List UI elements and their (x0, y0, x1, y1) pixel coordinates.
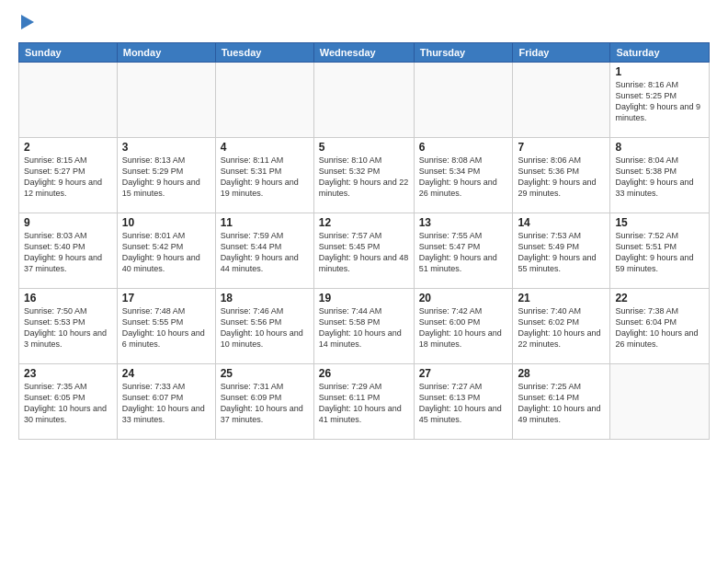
day-info: Sunrise: 7:25 AM Sunset: 6:14 PM Dayligh… (518, 381, 605, 426)
day-number: 8 (615, 141, 704, 154)
calendar-cell (513, 63, 610, 138)
calendar-cell: 26Sunrise: 7:29 AM Sunset: 6:11 PM Dayli… (313, 364, 414, 440)
day-number: 3 (122, 141, 210, 154)
calendar-header-row: SundayMondayTuesdayWednesdayThursdayFrid… (19, 43, 710, 63)
day-info: Sunrise: 7:53 AM Sunset: 5:49 PM Dayligh… (518, 230, 605, 275)
calendar-header-sunday: Sunday (19, 43, 118, 63)
calendar-cell: 9Sunrise: 8:03 AM Sunset: 5:40 PM Daylig… (19, 213, 118, 289)
calendar-cell: 24Sunrise: 7:33 AM Sunset: 6:07 PM Dayli… (117, 364, 215, 440)
day-info: Sunrise: 8:04 AM Sunset: 5:38 PM Dayligh… (615, 155, 704, 200)
calendar-cell: 11Sunrise: 7:59 AM Sunset: 5:44 PM Dayli… (215, 213, 313, 289)
calendar-cell: 4Sunrise: 8:11 AM Sunset: 5:31 PM Daylig… (215, 138, 313, 213)
day-info: Sunrise: 8:15 AM Sunset: 5:27 PM Dayligh… (24, 155, 112, 200)
day-number: 2 (24, 141, 112, 154)
calendar-cell: 3Sunrise: 8:13 AM Sunset: 5:29 PM Daylig… (117, 138, 215, 213)
day-info: Sunrise: 7:52 AM Sunset: 5:51 PM Dayligh… (615, 230, 704, 275)
day-info: Sunrise: 8:10 AM Sunset: 5:32 PM Dayligh… (319, 155, 409, 200)
day-info: Sunrise: 7:48 AM Sunset: 5:55 PM Dayligh… (122, 305, 210, 350)
day-number: 15 (615, 216, 704, 229)
day-info: Sunrise: 8:11 AM Sunset: 5:31 PM Dayligh… (221, 155, 309, 200)
day-info: Sunrise: 8:06 AM Sunset: 5:36 PM Dayligh… (518, 155, 605, 200)
svg-marker-0 (21, 15, 34, 29)
calendar-header-friday: Friday (513, 43, 610, 63)
day-info: Sunrise: 7:35 AM Sunset: 6:05 PM Dayligh… (24, 381, 112, 426)
calendar-cell: 27Sunrise: 7:27 AM Sunset: 6:13 PM Dayli… (414, 364, 513, 440)
day-info: Sunrise: 7:40 AM Sunset: 6:02 PM Dayligh… (518, 305, 605, 350)
calendar-cell: 17Sunrise: 7:48 AM Sunset: 5:55 PM Dayli… (117, 289, 215, 364)
day-info: Sunrise: 7:29 AM Sunset: 6:11 PM Dayligh… (319, 381, 409, 426)
day-number: 25 (221, 367, 309, 380)
day-number: 19 (319, 292, 409, 304)
day-number: 24 (122, 367, 210, 380)
day-number: 21 (518, 292, 605, 304)
calendar-header-monday: Monday (117, 43, 215, 63)
calendar-cell: 18Sunrise: 7:46 AM Sunset: 5:56 PM Dayli… (215, 289, 313, 364)
calendar-week-4: 23Sunrise: 7:35 AM Sunset: 6:05 PM Dayli… (19, 364, 710, 440)
day-number: 20 (419, 292, 508, 304)
day-info: Sunrise: 8:01 AM Sunset: 5:42 PM Dayligh… (122, 230, 210, 275)
day-number: 1 (615, 65, 704, 78)
calendar-cell (117, 63, 215, 138)
day-number: 14 (518, 216, 605, 229)
day-number: 9 (24, 216, 112, 229)
calendar-cell: 19Sunrise: 7:44 AM Sunset: 5:58 PM Dayli… (313, 289, 414, 364)
calendar-cell: 6Sunrise: 8:08 AM Sunset: 5:34 PM Daylig… (414, 138, 513, 213)
day-info: Sunrise: 7:44 AM Sunset: 5:58 PM Dayligh… (319, 305, 409, 350)
calendar-header-saturday: Saturday (610, 43, 710, 63)
day-number: 27 (419, 367, 508, 380)
day-number: 4 (221, 141, 309, 154)
calendar-cell: 28Sunrise: 7:25 AM Sunset: 6:14 PM Dayli… (513, 364, 610, 440)
calendar-cell (313, 63, 414, 138)
day-info: Sunrise: 7:38 AM Sunset: 6:04 PM Dayligh… (615, 305, 704, 350)
header (18, 15, 710, 33)
day-number: 6 (419, 141, 508, 154)
calendar-cell: 22Sunrise: 7:38 AM Sunset: 6:04 PM Dayli… (610, 289, 710, 364)
day-number: 28 (518, 367, 605, 380)
calendar-week-0: 1Sunrise: 8:16 AM Sunset: 5:25 PM Daylig… (19, 63, 710, 138)
calendar-cell: 13Sunrise: 7:55 AM Sunset: 5:47 PM Dayli… (414, 213, 513, 289)
day-info: Sunrise: 7:46 AM Sunset: 5:56 PM Dayligh… (221, 305, 309, 350)
day-number: 13 (419, 216, 508, 229)
calendar-cell: 14Sunrise: 7:53 AM Sunset: 5:49 PM Dayli… (513, 213, 610, 289)
day-number: 23 (24, 367, 112, 380)
calendar-cell (414, 63, 513, 138)
day-number: 11 (221, 216, 309, 229)
calendar-week-2: 9Sunrise: 8:03 AM Sunset: 5:40 PM Daylig… (19, 213, 710, 289)
day-number: 16 (24, 292, 112, 304)
day-number: 7 (518, 141, 605, 154)
day-info: Sunrise: 7:57 AM Sunset: 5:45 PM Dayligh… (319, 230, 409, 275)
calendar-cell: 12Sunrise: 7:57 AM Sunset: 5:45 PM Dayli… (313, 213, 414, 289)
day-info: Sunrise: 8:16 AM Sunset: 5:25 PM Dayligh… (615, 79, 704, 124)
calendar-cell (19, 63, 118, 138)
calendar-cell: 16Sunrise: 7:50 AM Sunset: 5:53 PM Dayli… (19, 289, 118, 364)
day-number: 10 (122, 216, 210, 229)
day-info: Sunrise: 8:13 AM Sunset: 5:29 PM Dayligh… (122, 155, 210, 200)
calendar-cell: 2Sunrise: 8:15 AM Sunset: 5:27 PM Daylig… (19, 138, 118, 213)
day-info: Sunrise: 7:27 AM Sunset: 6:13 PM Dayligh… (419, 381, 508, 426)
day-number: 22 (615, 292, 704, 304)
calendar-cell: 25Sunrise: 7:31 AM Sunset: 6:09 PM Dayli… (215, 364, 313, 440)
calendar-cell: 21Sunrise: 7:40 AM Sunset: 6:02 PM Dayli… (513, 289, 610, 364)
day-info: Sunrise: 8:03 AM Sunset: 5:40 PM Dayligh… (24, 230, 112, 275)
day-number: 12 (319, 216, 409, 229)
day-info: Sunrise: 7:59 AM Sunset: 5:44 PM Dayligh… (221, 230, 309, 275)
logo-flag-icon (21, 15, 38, 33)
day-info: Sunrise: 7:31 AM Sunset: 6:09 PM Dayligh… (221, 381, 309, 426)
calendar-cell: 23Sunrise: 7:35 AM Sunset: 6:05 PM Dayli… (19, 364, 118, 440)
logo (18, 15, 38, 33)
calendar-cell: 7Sunrise: 8:06 AM Sunset: 5:36 PM Daylig… (513, 138, 610, 213)
day-info: Sunrise: 7:50 AM Sunset: 5:53 PM Dayligh… (24, 305, 112, 350)
calendar-cell: 20Sunrise: 7:42 AM Sunset: 6:00 PM Dayli… (414, 289, 513, 364)
calendar-cell (610, 364, 710, 440)
day-info: Sunrise: 7:33 AM Sunset: 6:07 PM Dayligh… (122, 381, 210, 426)
calendar-cell (215, 63, 313, 138)
day-number: 17 (122, 292, 210, 304)
calendar-week-1: 2Sunrise: 8:15 AM Sunset: 5:27 PM Daylig… (19, 138, 710, 213)
day-number: 26 (319, 367, 409, 380)
calendar-cell: 10Sunrise: 8:01 AM Sunset: 5:42 PM Dayli… (117, 213, 215, 289)
day-info: Sunrise: 8:08 AM Sunset: 5:34 PM Dayligh… (419, 155, 508, 200)
calendar-header-wednesday: Wednesday (313, 43, 414, 63)
day-number: 18 (221, 292, 309, 304)
day-info: Sunrise: 7:55 AM Sunset: 5:47 PM Dayligh… (419, 230, 508, 275)
day-info: Sunrise: 7:42 AM Sunset: 6:00 PM Dayligh… (419, 305, 508, 350)
